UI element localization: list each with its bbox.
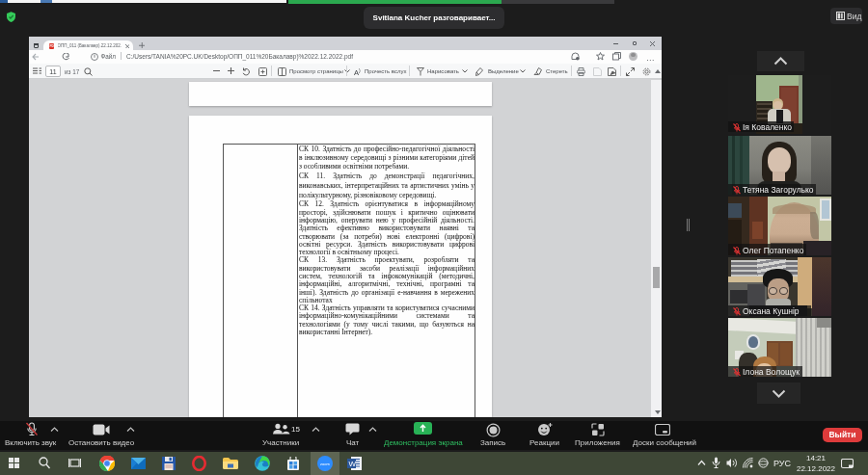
svg-text:W: W [348,460,356,468]
